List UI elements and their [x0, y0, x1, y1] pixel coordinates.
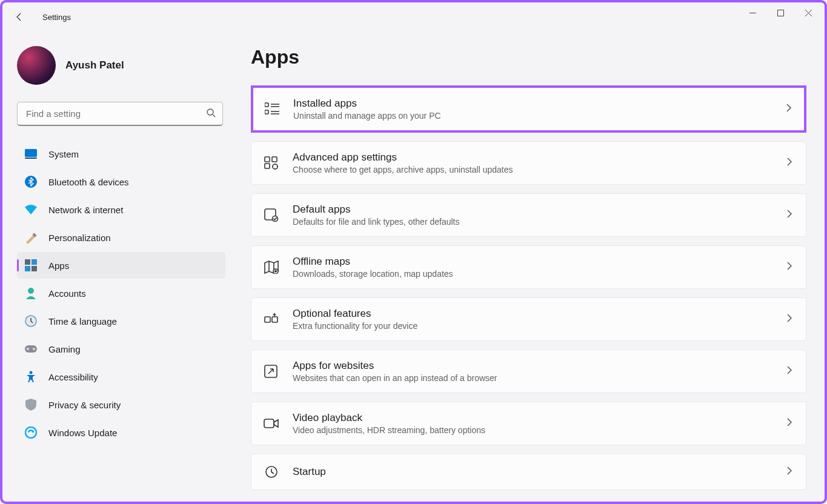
- svg-line-5: [213, 114, 215, 117]
- apps-websites-icon: [264, 363, 279, 379]
- chevron-right-icon: [785, 366, 794, 377]
- svg-point-19: [30, 371, 33, 374]
- gaming-icon: [24, 342, 38, 356]
- card-text: Installed apps Uninstall and manage apps…: [293, 98, 785, 121]
- sidebar-item-label: Windows Update: [48, 428, 117, 438]
- maximize-button[interactable]: [766, 2, 794, 23]
- card-subtitle: Defaults for file and link types, other …: [293, 217, 785, 227]
- sidebar-item-label: Gaming: [48, 344, 81, 354]
- card-subtitle: Extra functionality for your device: [293, 321, 785, 331]
- svg-rect-10: [25, 259, 30, 265]
- sidebar-item-gaming[interactable]: Gaming: [17, 336, 225, 362]
- time-icon: [24, 314, 38, 328]
- window-title: Settings: [42, 13, 71, 22]
- card-title: Installed apps: [293, 98, 785, 110]
- svg-rect-13: [32, 266, 37, 271]
- card-subtitle: Websites that can open in an app instead…: [293, 373, 785, 383]
- svg-rect-28: [272, 157, 277, 162]
- optional-features-icon: [264, 311, 279, 327]
- sidebar: Ayush Patel System Bluetooth & devices N…: [2, 31, 233, 502]
- card-title: Video playback: [293, 412, 785, 424]
- network-icon: [24, 203, 38, 216]
- card-installed-apps[interactable]: Installed apps Uninstall and manage apps…: [251, 85, 806, 133]
- sidebar-item-label: Privacy & security: [48, 400, 121, 410]
- close-icon: [805, 10, 812, 16]
- sidebar-item-accounts[interactable]: Accounts: [17, 280, 225, 307]
- apps-icon: [24, 259, 38, 272]
- privacy-icon: [24, 398, 38, 411]
- sidebar-item-bluetooth[interactable]: Bluetooth & devices: [17, 168, 225, 195]
- nav: System Bluetooth & devices Network & int…: [17, 141, 233, 446]
- card-text: Offline maps Downloads, storage location…: [293, 256, 785, 279]
- minimize-icon: [749, 10, 756, 16]
- titlebar: Settings: [2, 2, 825, 31]
- svg-rect-27: [265, 157, 270, 162]
- maximize-icon: [777, 10, 784, 16]
- arrow-left-icon: [15, 12, 24, 22]
- sidebar-item-label: Time & language: [48, 316, 117, 327]
- sidebar-item-label: Apps: [48, 260, 69, 271]
- svg-point-30: [273, 164, 277, 169]
- sidebar-item-time-language[interactable]: Time & language: [17, 308, 225, 334]
- sidebar-item-personalization[interactable]: Personalization: [17, 224, 225, 251]
- sidebar-item-privacy[interactable]: Privacy & security: [17, 391, 225, 418]
- sidebar-item-system[interactable]: System: [17, 141, 225, 167]
- back-button[interactable]: [7, 5, 32, 29]
- card-advanced-app-settings[interactable]: Advanced app settings Choose where to ge…: [251, 141, 806, 185]
- main-content: Apps Installed apps Uninstall and manage…: [233, 31, 825, 502]
- search-input[interactable]: [17, 102, 223, 126]
- card-title: Default apps: [293, 204, 785, 216]
- minimize-button[interactable]: [739, 2, 766, 23]
- card-title: Advanced app settings: [293, 151, 785, 164]
- svg-rect-6: [25, 149, 37, 157]
- card-startup[interactable]: Startup: [251, 454, 806, 490]
- card-title: Offline maps: [293, 256, 785, 268]
- sidebar-item-apps[interactable]: Apps: [17, 252, 225, 279]
- card-title: Optional features: [293, 308, 785, 320]
- card-text: Advanced app settings Choose where to ge…: [293, 151, 785, 174]
- card-video-playback[interactable]: Video playback Video adjustments, HDR st…: [251, 402, 806, 445]
- svg-point-4: [207, 109, 213, 115]
- svg-rect-22: [265, 110, 268, 114]
- sidebar-item-label: Bluetooth & devices: [48, 177, 129, 187]
- chevron-right-icon: [785, 262, 794, 273]
- svg-rect-29: [265, 164, 270, 168]
- card-text: Optional features Extra functionality fo…: [293, 308, 785, 331]
- svg-rect-12: [25, 266, 30, 271]
- card-subtitle: Video adjustments, HDR streaming, batter…: [293, 425, 785, 435]
- card-text: Default apps Defaults for file and link …: [293, 204, 785, 227]
- card-apps-for-websites[interactable]: Apps for websites Websites that can open…: [251, 350, 806, 393]
- card-offline-maps[interactable]: Offline maps Downloads, storage location…: [251, 245, 806, 289]
- svg-rect-7: [25, 158, 37, 159]
- chevron-right-icon: [785, 466, 794, 477]
- svg-rect-1: [777, 10, 783, 16]
- profile-block[interactable]: Ayush Patel: [17, 46, 233, 85]
- chevron-right-icon: [785, 418, 794, 429]
- personalization-icon: [24, 231, 38, 244]
- bluetooth-icon: [24, 175, 38, 188]
- sidebar-item-windows-update[interactable]: Windows Update: [17, 419, 225, 446]
- card-default-apps[interactable]: Default apps Defaults for file and link …: [251, 193, 806, 237]
- window-controls: [739, 2, 822, 23]
- close-button[interactable]: [794, 2, 822, 23]
- card-text: Video playback Video adjustments, HDR st…: [293, 412, 785, 435]
- update-icon: [24, 426, 38, 439]
- search-icon: [206, 108, 216, 120]
- avatar: [17, 46, 56, 85]
- maps-icon: [264, 259, 279, 275]
- svg-rect-34: [265, 317, 270, 322]
- svg-rect-37: [264, 419, 274, 428]
- default-apps-icon: [264, 207, 279, 223]
- sidebar-item-accessibility[interactable]: Accessibility: [17, 363, 225, 390]
- search-wrap: [17, 102, 223, 126]
- startup-icon: [264, 464, 279, 480]
- advanced-settings-icon: [264, 155, 279, 171]
- sidebar-item-label: Personalization: [48, 233, 111, 243]
- card-subtitle: Uninstall and manage apps on your PC: [293, 111, 785, 121]
- card-optional-features[interactable]: Optional features Extra functionality fo…: [251, 297, 806, 341]
- card-subtitle: Downloads, storage location, map updates: [293, 269, 785, 279]
- sidebar-item-label: System: [48, 149, 79, 159]
- sidebar-item-label: Accessibility: [48, 372, 98, 382]
- svg-point-18: [33, 348, 35, 350]
- sidebar-item-network[interactable]: Network & internet: [17, 196, 225, 223]
